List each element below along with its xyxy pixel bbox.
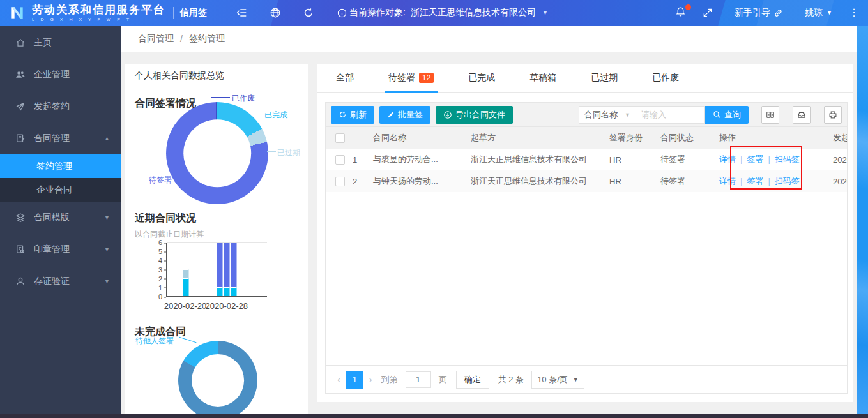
sidebar-item-label: 签约管理 bbox=[36, 161, 72, 172]
chevron-down-icon: ▼ bbox=[542, 10, 548, 16]
initiate-date: 2020- bbox=[830, 177, 847, 186]
sidebar-item-label: 印章管理 bbox=[34, 244, 70, 255]
status-tabs: 全部 待签署 12 已完成 草稿箱 已过期 已作废 bbox=[317, 64, 853, 93]
status: 待签署 bbox=[658, 175, 717, 187]
sidebar-item-label: 主页 bbox=[34, 37, 52, 49]
detail-link[interactable]: 详情 bbox=[719, 176, 736, 186]
action-separator: | bbox=[768, 154, 770, 164]
breadcrumb: 合同管理 / 签约管理 bbox=[121, 26, 868, 52]
current-target-selector[interactable]: 当前操作对象: 浙江天正思维信息技术有限公司 ▼ bbox=[337, 7, 548, 19]
sidebar-item-contract-template[interactable]: 合同模版 ▼ bbox=[0, 202, 121, 234]
row-checkbox[interactable] bbox=[335, 177, 345, 186]
columns-filter-button[interactable] bbox=[761, 106, 779, 124]
breadcrumb-level1[interactable]: 合同管理 bbox=[138, 33, 174, 45]
refresh-label: 刷新 bbox=[350, 109, 367, 121]
collapse-menu-icon[interactable] bbox=[236, 7, 248, 19]
pending-count-badge: 12 bbox=[419, 73, 434, 83]
row-actions: 详情|签署|扫码签 bbox=[717, 175, 830, 187]
beginner-guide-label: 新手引导 bbox=[735, 7, 770, 19]
more-options-icon[interactable]: ⋮ bbox=[849, 8, 859, 18]
tab-label: 已过期 bbox=[591, 72, 618, 84]
bottom-edge-bar bbox=[0, 414, 868, 418]
contracts-panel: 全部 待签署 12 已完成 草稿箱 已过期 已作废 刷新 bbox=[317, 64, 853, 402]
sidebar-item-enterprise-contract[interactable]: 企业合同 bbox=[0, 178, 121, 202]
qr-sign-link[interactable]: 扫码签 bbox=[775, 176, 800, 186]
batch-sign-label: 批量签 bbox=[398, 109, 423, 121]
chevron-down-icon: ▼ bbox=[625, 112, 630, 118]
print-button[interactable] bbox=[824, 106, 842, 124]
query-button[interactable]: 查询 bbox=[705, 106, 749, 124]
bar bbox=[224, 243, 230, 296]
users-icon bbox=[15, 70, 26, 80]
app-logo[interactable]: 劳动关系和信用服务平台 L D G X H X Y F W P T 信用签 bbox=[0, 4, 207, 22]
content-area: 个人相关合同数据总览 合同签署情况 已作废 已完成 已过期 待签署 近期合同状况… bbox=[121, 52, 868, 418]
contract-submenu: 签约管理 企业合同 bbox=[0, 154, 121, 202]
chart1-title: 合同签署情况 bbox=[135, 97, 196, 110]
chevron-down-icon: ▼ bbox=[826, 10, 832, 16]
tab-drafts[interactable]: 草稿箱 bbox=[526, 72, 560, 92]
table-tool-icons bbox=[761, 106, 842, 124]
donut-label-wait-others: 待他人签署 bbox=[135, 336, 174, 347]
tab-all[interactable]: 全部 bbox=[332, 72, 358, 92]
sidebar-item-sign-mgmt[interactable]: 签约管理 bbox=[0, 154, 121, 178]
language-globe-icon[interactable] bbox=[270, 7, 281, 19]
tab-completed[interactable]: 已完成 bbox=[464, 72, 499, 92]
notifications-button[interactable] bbox=[675, 6, 686, 20]
contracts-table: 刷新 批量签 导出合同文件 合同名称 ▼ bbox=[325, 102, 848, 394]
filter-group: 合同名称 ▼ 查询 bbox=[579, 106, 842, 124]
fullscreen-icon[interactable] bbox=[703, 8, 713, 18]
contract-doc-icon bbox=[15, 133, 26, 144]
refresh-button[interactable]: 刷新 bbox=[331, 106, 374, 124]
bar-yaxis: 0123456 bbox=[144, 243, 166, 297]
donut-label-completed: 已完成 bbox=[264, 110, 287, 121]
confirm-page-button[interactable]: 确定 bbox=[456, 371, 489, 389]
detail-link[interactable]: 详情 bbox=[719, 154, 736, 164]
col-actions: 操作 bbox=[717, 132, 830, 144]
current-target-company: 浙江天正思维信息技术有限公司 bbox=[411, 7, 536, 19]
sign-link[interactable]: 签署 bbox=[747, 176, 763, 186]
next-page-arrow[interactable]: › bbox=[369, 374, 372, 385]
download-circle-icon bbox=[443, 110, 452, 119]
chevron-down-icon: ▼ bbox=[573, 377, 579, 383]
pagination: ‹ 1 › 到第 页 确定 共 2 条 10 条/页 ▼ bbox=[326, 365, 847, 393]
beginner-guide-link[interactable]: 新手引导 bbox=[735, 7, 783, 19]
sidebar-item-evidence-verify[interactable]: 存证验证 ▼ bbox=[0, 265, 121, 297]
sidebar-item-contract-mgmt[interactable]: 合同管理 ▲ bbox=[0, 123, 121, 154]
goto-page-input[interactable] bbox=[406, 371, 431, 388]
page-number-active[interactable]: 1 bbox=[346, 371, 363, 389]
sidebar-item-label: 企业管理 bbox=[34, 69, 70, 80]
sign-link[interactable]: 签署 bbox=[747, 154, 763, 164]
batch-sign-button[interactable]: 批量签 bbox=[379, 106, 430, 124]
tab-label: 待签署 bbox=[388, 72, 415, 84]
sidebar-item-initiate-sign[interactable]: 发起签约 bbox=[0, 91, 121, 123]
user-menu[interactable]: 姚琼 ▼ bbox=[805, 7, 832, 19]
sidebar-item-enterprise[interactable]: 企业管理 bbox=[0, 59, 121, 91]
prev-page-arrow[interactable]: ‹ bbox=[337, 374, 340, 385]
person-icon bbox=[15, 276, 26, 287]
col-initiate-date: 发起时 bbox=[830, 132, 847, 144]
sidebar-item-seal-mgmt[interactable]: 印章管理 ▼ bbox=[0, 234, 121, 265]
columns-icon bbox=[766, 110, 775, 119]
tab-pending-sign[interactable]: 待签署 12 bbox=[385, 72, 438, 92]
sign-role: HR bbox=[607, 155, 658, 165]
unfinished-contracts-donut bbox=[178, 341, 257, 414]
tab-label: 草稿箱 bbox=[529, 72, 556, 84]
bar bbox=[183, 243, 188, 296]
bar bbox=[231, 243, 237, 296]
chart2-title: 近期合同状况 bbox=[135, 212, 196, 225]
select-all-checkbox[interactable] bbox=[335, 133, 345, 143]
tab-voided[interactable]: 已作废 bbox=[648, 72, 683, 92]
table-toolbar: 刷新 批量签 导出合同文件 合同名称 ▼ bbox=[326, 103, 847, 127]
export-table-button[interactable] bbox=[793, 106, 811, 124]
search-input[interactable] bbox=[636, 106, 705, 124]
sidebar-item-home[interactable]: 主页 bbox=[0, 27, 121, 59]
chevron-down-icon: ▼ bbox=[104, 214, 110, 221]
refresh-page-icon[interactable] bbox=[303, 7, 314, 19]
qr-sign-link[interactable]: 扫码签 bbox=[775, 154, 800, 164]
row-checkbox[interactable] bbox=[335, 155, 345, 165]
per-page-select[interactable]: 10 条/页 ▼ bbox=[531, 371, 584, 389]
export-contracts-button[interactable]: 导出合同文件 bbox=[436, 106, 513, 124]
filter-field-select[interactable]: 合同名称 ▼ bbox=[579, 106, 636, 124]
sidebar-item-label: 发起签约 bbox=[34, 101, 70, 112]
tab-expired[interactable]: 已过期 bbox=[587, 72, 621, 92]
